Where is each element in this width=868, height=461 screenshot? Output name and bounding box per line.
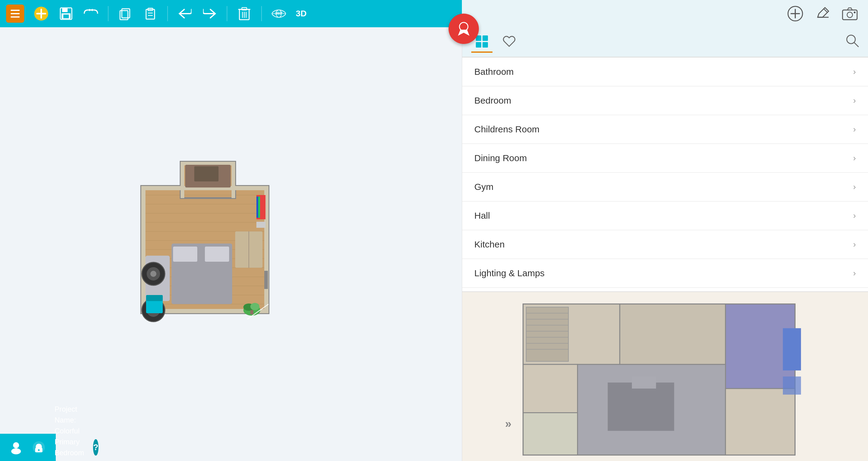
category-item-lighting-lamps[interactable]: Lighting & Lamps › [462, 259, 868, 288]
chevron-right-icon-bathroom: › [853, 67, 856, 77]
category-label-bedroom: Bedroom [474, 95, 511, 106]
category-item-childrens-room[interactable]: Childrens Room › [462, 115, 868, 144]
view360-button[interactable]: 360° [271, 6, 287, 22]
svg-rect-111 [783, 376, 801, 395]
chevron-right-icon-hall: › [853, 211, 856, 221]
status-bar: Project Name: Colorful Primary Bedroom P… [0, 434, 56, 461]
sidebar-tabs [462, 27, 868, 58]
svg-rect-88 [483, 42, 488, 47]
menu-button[interactable] [6, 4, 24, 23]
lock-icon [32, 439, 45, 456]
help-button[interactable]: ? [93, 439, 98, 456]
user-icon [9, 439, 23, 456]
svg-rect-98 [523, 413, 577, 455]
svg-point-82 [38, 449, 40, 451]
undo-redo-button[interactable] [83, 6, 99, 22]
delete-button[interactable] [237, 6, 252, 22]
svg-rect-87 [476, 42, 481, 47]
chevron-right-icon-lighting-lamps: › [853, 268, 856, 278]
svg-text:★: ★ [462, 25, 465, 29]
svg-rect-99 [725, 389, 795, 455]
minimap: » [462, 291, 868, 461]
svg-text:»: » [505, 417, 511, 430]
add-button[interactable] [33, 6, 49, 22]
category-list: Bathroom › Bedroom › Childrens Room › Di… [462, 58, 868, 291]
svg-line-90 [854, 42, 858, 47]
edit-button[interactable] [813, 4, 832, 23]
svg-rect-15 [242, 7, 247, 10]
back-button[interactable] [177, 6, 193, 22]
category-label-gym: Gym [474, 182, 493, 192]
toolbar-separator-4 [261, 6, 262, 21]
svg-rect-76 [250, 310, 253, 315]
project-name-label: Project Name: Colorful Primary Bedroom P… [55, 404, 84, 461]
canvas-area[interactable]: Project Name: Colorful Primary Bedroom P… [0, 27, 462, 461]
category-label-dining-room: Dining Room [474, 153, 527, 163]
svg-rect-46 [141, 186, 146, 313]
category-item-hall[interactable]: Hall › [462, 201, 868, 230]
chevron-right-icon-bedroom: › [853, 96, 856, 105]
category-item-living-room[interactable]: Living Room › [462, 288, 868, 291]
svg-rect-110 [783, 328, 801, 371]
svg-point-28 [854, 11, 856, 13]
svg-point-67 [150, 271, 156, 277]
tab-favorites[interactable] [499, 32, 520, 53]
category-label-kitchen: Kitchen [474, 239, 505, 250]
svg-rect-4 [62, 8, 68, 12]
svg-text:360°: 360° [275, 11, 283, 15]
svg-rect-26 [842, 10, 857, 20]
svg-rect-57 [256, 222, 266, 228]
category-label-lighting-lamps: Lighting & Lamps [474, 268, 545, 278]
svg-rect-96 [523, 364, 577, 413]
copy-button[interactable] [118, 6, 133, 22]
category-label-bathroom: Bathroom [474, 67, 514, 77]
svg-rect-109 [632, 376, 656, 389]
chevron-right-icon-dining-room: › [853, 153, 856, 163]
svg-rect-94 [620, 304, 725, 364]
svg-rect-49 [181, 162, 184, 198]
main-area: Project Name: Colorful Primary Bedroom P… [0, 27, 868, 461]
svg-point-75 [250, 303, 259, 310]
add-item-button[interactable] [786, 4, 804, 23]
category-label-hall: Hall [474, 210, 490, 221]
svg-rect-54 [256, 197, 258, 218]
chevron-right-icon-kitchen: › [853, 239, 856, 249]
svg-rect-60 [173, 246, 197, 262]
save-button[interactable] [58, 6, 74, 22]
svg-rect-64 [264, 271, 268, 289]
svg-rect-56 [260, 197, 262, 218]
paste-button[interactable] [143, 6, 158, 22]
svg-point-78 [13, 442, 19, 448]
svg-rect-108 [608, 383, 674, 431]
category-item-dining-room[interactable]: Dining Room › [462, 144, 868, 173]
svg-rect-100 [526, 307, 568, 361]
category-item-kitchen[interactable]: Kitchen › [462, 230, 868, 259]
svg-rect-61 [205, 246, 229, 262]
camera-button[interactable] [841, 4, 859, 23]
svg-rect-52 [194, 166, 218, 182]
category-label-childrens-room: Childrens Room [474, 124, 539, 134]
right-panel-header [462, 0, 868, 27]
right-sidebar: ★ [462, 27, 868, 461]
svg-rect-50 [231, 162, 235, 198]
search-button[interactable] [845, 34, 859, 50]
svg-rect-55 [258, 197, 260, 218]
category-item-gym[interactable]: Gym › [462, 173, 868, 201]
svg-rect-6 [63, 14, 69, 18]
toolbar-separator-1 [108, 6, 108, 21]
toolbar-separator-3 [227, 6, 227, 21]
reward-badge[interactable]: ★ [448, 13, 479, 44]
svg-rect-86 [483, 35, 488, 41]
main-toolbar: 360° 3D [0, 0, 868, 27]
view3d-button[interactable]: 3D [296, 9, 307, 19]
svg-point-79 [11, 448, 21, 454]
toolbar-separator-2 [167, 6, 168, 21]
chevron-right-icon-childrens-room: › [853, 125, 856, 134]
svg-rect-72 [146, 295, 163, 301]
category-item-bedroom[interactable]: Bedroom › [462, 86, 868, 115]
forward-button[interactable] [202, 6, 218, 22]
category-item-bathroom[interactable]: Bathroom › [462, 58, 868, 86]
floor-plan [117, 156, 299, 333]
chevron-right-icon-gym: › [853, 182, 856, 192]
svg-point-27 [847, 12, 852, 18]
